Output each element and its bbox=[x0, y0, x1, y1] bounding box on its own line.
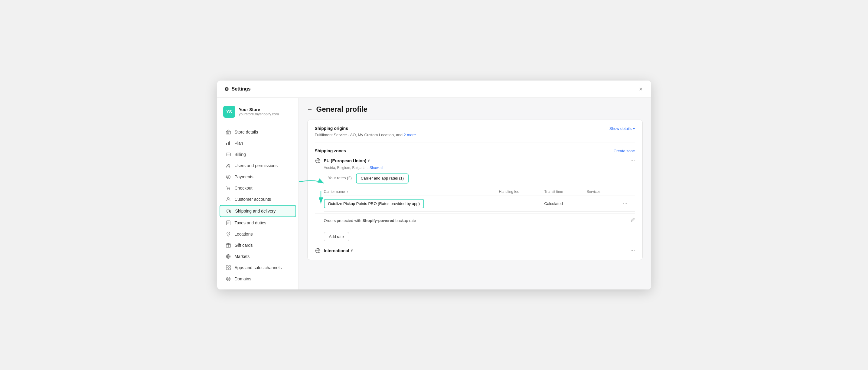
sidebar: YS Your Store yourstore.myshopify.com St… bbox=[217, 98, 299, 289]
international-zone-name[interactable]: International ∨ bbox=[324, 248, 353, 253]
rates-table-header: Carrier name ↑ Handling fee Transit time… bbox=[324, 188, 635, 196]
services-col-header: Services bbox=[587, 190, 623, 194]
svg-rect-3 bbox=[229, 141, 230, 145]
sidebar-item-billing[interactable]: Billing bbox=[220, 149, 296, 160]
orders-protected-row: Orders protected with Shopify-powered ba… bbox=[315, 214, 635, 227]
more-link[interactable]: 2 more bbox=[404, 133, 416, 137]
transit-time-col-header: Transit time bbox=[545, 190, 587, 194]
billing-icon bbox=[226, 152, 231, 157]
sidebar-item-plan[interactable]: Plan bbox=[220, 138, 296, 149]
international-more-button[interactable]: ··· bbox=[630, 247, 635, 254]
show-details-label: Show details bbox=[610, 126, 632, 131]
sidebar-item-customer-accounts[interactable]: Customer accounts bbox=[220, 194, 296, 205]
svg-point-9 bbox=[229, 190, 230, 190]
chart-icon bbox=[226, 141, 231, 146]
shipping-origins-title: Shipping origins bbox=[315, 126, 348, 131]
truck-icon bbox=[226, 208, 232, 214]
back-button[interactable]: ← bbox=[307, 106, 313, 113]
svg-point-10 bbox=[227, 197, 229, 199]
shipping-origins-header: Shipping origins Show details ▾ bbox=[315, 126, 635, 131]
sidebar-item-label: Plan bbox=[235, 141, 243, 146]
checkout-icon bbox=[226, 185, 231, 191]
carrier-name-highlighted: Octolize Pickup Points PRO (Rates provid… bbox=[324, 199, 424, 208]
fulfillment-text: Fulfillment Service - AO, My Custom Loca… bbox=[315, 133, 403, 137]
svg-rect-1 bbox=[226, 143, 227, 145]
sidebar-item-label: Checkout bbox=[235, 186, 252, 191]
chevron-down-icon: ▾ bbox=[633, 126, 635, 131]
rate-more-button[interactable]: ··· bbox=[623, 200, 627, 207]
apps-icon bbox=[226, 265, 231, 271]
handling-fee-col-header: Handling fee bbox=[499, 190, 545, 194]
handling-fee-cell: — bbox=[499, 201, 545, 206]
person-icon bbox=[226, 197, 231, 202]
sidebar-item-label: Shipping and delivery bbox=[235, 209, 276, 214]
sidebar-item-label: Apps and sales channels bbox=[235, 265, 282, 270]
svg-point-13 bbox=[229, 212, 230, 212]
carrier-name-cell: Octolize Pickup Points PRO (Rates provid… bbox=[324, 199, 499, 208]
svg-rect-2 bbox=[228, 142, 229, 145]
carrier-name-col-header: Carrier name ↑ bbox=[324, 190, 499, 194]
shipping-zones-header: Shipping zones Create zone bbox=[315, 148, 635, 153]
store-info: YS Your Store yourstore.myshopify.com bbox=[217, 103, 299, 124]
zone-more-button[interactable]: ··· bbox=[630, 158, 635, 164]
show-details-button[interactable]: Show details ▾ bbox=[610, 126, 635, 131]
sidebar-item-gift-cards[interactable]: Gift cards bbox=[220, 240, 296, 251]
eu-zone-row: EU (European Union) ∨ ··· bbox=[315, 158, 635, 164]
svg-rect-22 bbox=[226, 268, 228, 270]
payments-icon bbox=[226, 174, 231, 179]
sidebar-item-locations[interactable]: Locations bbox=[220, 229, 296, 239]
shipping-zones-title: Shipping zones bbox=[315, 148, 346, 153]
svg-rect-4 bbox=[226, 153, 230, 156]
sidebar-item-taxes-and-duties[interactable]: Taxes and duties bbox=[220, 218, 296, 228]
modal-title: ⚙ Settings bbox=[224, 86, 251, 92]
add-rate-button[interactable]: Add rate bbox=[324, 232, 349, 241]
users-icon bbox=[226, 163, 231, 168]
store-icon bbox=[226, 129, 231, 135]
carrier-rate-row: Octolize Pickup Points PRO (Rates provid… bbox=[324, 196, 635, 211]
markets-icon bbox=[226, 254, 231, 259]
svg-point-12 bbox=[227, 212, 228, 212]
sidebar-item-payments[interactable]: Payments bbox=[220, 171, 296, 182]
store-avatar: YS bbox=[223, 106, 235, 118]
sidebar-item-label: Locations bbox=[235, 232, 253, 236]
transit-time-cell: Calculated bbox=[545, 201, 587, 206]
modal-close-button[interactable]: × bbox=[638, 85, 644, 93]
sidebar-item-markets[interactable]: Markets bbox=[220, 251, 296, 262]
orders-protected-text: Orders protected with Shopify-powered ba… bbox=[324, 218, 416, 223]
sidebar-item-domains[interactable]: Domains bbox=[220, 274, 296, 284]
sidebar-item-label: Customer accounts bbox=[235, 197, 271, 202]
page-title: General profile bbox=[316, 105, 368, 114]
sidebar-item-label: Users and permissions bbox=[235, 163, 278, 168]
svg-rect-20 bbox=[226, 265, 228, 267]
location-icon bbox=[226, 231, 231, 237]
show-all-link[interactable]: Show all bbox=[370, 166, 383, 170]
chevron-down-icon: ∨ bbox=[368, 159, 370, 163]
tab-your-rates[interactable]: Your rates (2) bbox=[324, 173, 356, 183]
zone-name-eu[interactable]: EU (European Union) ∨ bbox=[324, 159, 370, 163]
sidebar-item-label: Domains bbox=[235, 277, 251, 281]
svg-rect-23 bbox=[229, 268, 230, 270]
sidebar-item-store-details[interactable]: Store details bbox=[220, 126, 296, 138]
zone-countries: Austria, Belgium, Bulgaria... Show all bbox=[324, 166, 635, 170]
svg-point-6 bbox=[227, 164, 228, 166]
modal-body: YS Your Store yourstore.myshopify.com St… bbox=[217, 98, 651, 289]
svg-rect-11 bbox=[227, 210, 229, 212]
svg-point-8 bbox=[227, 190, 228, 190]
sidebar-item-label: Markets bbox=[235, 254, 250, 259]
international-zone-row: International ∨ ··· bbox=[315, 247, 635, 254]
create-zone-button[interactable]: Create zone bbox=[614, 149, 635, 153]
sidebar-item-apps-and-sales-channels[interactable]: Apps and sales channels bbox=[220, 262, 296, 273]
sidebar-item-shipping-and-delivery[interactable]: Shipping and delivery bbox=[220, 205, 296, 217]
page-header: ← General profile bbox=[307, 105, 643, 114]
gift-icon bbox=[226, 243, 231, 248]
modal-header: ⚙ Settings × bbox=[217, 81, 651, 98]
sidebar-item-label: Billing bbox=[235, 152, 246, 157]
taxes-icon bbox=[226, 220, 231, 226]
edit-backup-rate-button[interactable] bbox=[630, 218, 635, 224]
rates-tabs: Your rates (2) Carrier and app rates (1) bbox=[324, 173, 635, 183]
sidebar-item-users-and-permissions[interactable]: Users and permissions bbox=[220, 160, 296, 171]
sidebar-item-label: Gift cards bbox=[235, 243, 253, 248]
tab-carrier-app-rates[interactable]: Carrier and app rates (1) bbox=[356, 173, 409, 183]
globe-icon bbox=[315, 158, 321, 164]
sidebar-item-checkout[interactable]: Checkout bbox=[220, 182, 296, 194]
